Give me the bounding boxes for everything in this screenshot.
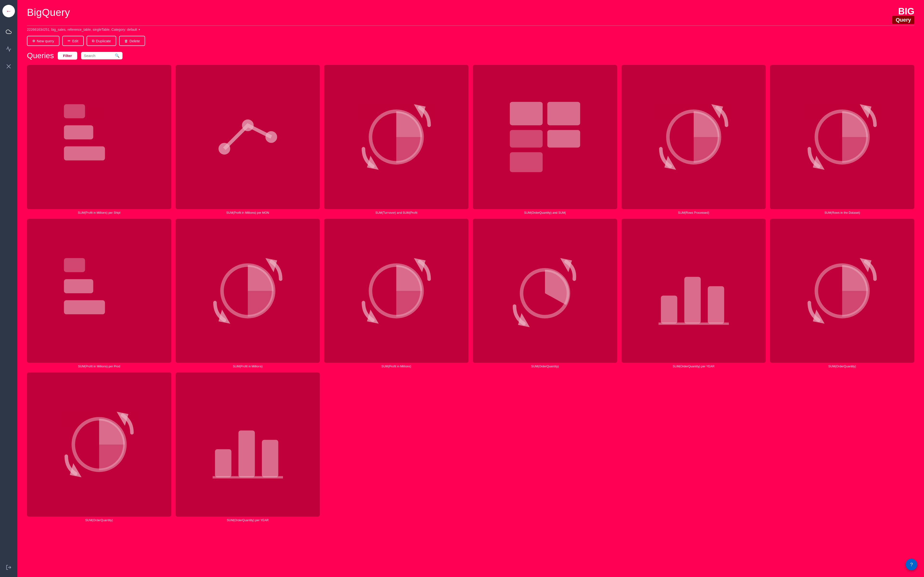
query-card[interactable]: SUM(Profit in Millions) <box>176 219 320 368</box>
svg-rect-45 <box>215 449 231 477</box>
card-label: SUM(OrderQuantity) per YEAR <box>227 519 268 522</box>
brand-query: Query <box>892 16 914 24</box>
chart-icon[interactable] <box>4 44 13 54</box>
query-card[interactable]: SUM(OrderQuantity) per YEAR <box>176 372 320 522</box>
sidebar: ← <box>0 0 17 577</box>
card-label: SUM(Profit in Millions) per MON <box>226 211 269 214</box>
search-input[interactable] <box>84 53 113 58</box>
queries-title: Queries <box>27 51 54 60</box>
svg-marker-19 <box>664 156 676 170</box>
delete-button[interactable]: 🗑 Delete <box>119 36 145 46</box>
svg-rect-12 <box>510 102 543 125</box>
search-box: 🔍 <box>81 52 123 60</box>
subtitle: 222661634251, big_sales, reference_table… <box>27 27 914 32</box>
svg-marker-44 <box>70 463 82 477</box>
tools-icon[interactable] <box>4 61 13 71</box>
card-label: SUM(OrderQuantity) <box>829 365 856 368</box>
back-arrow-icon: ← <box>6 8 11 15</box>
svg-rect-47 <box>262 440 278 477</box>
card-thumbnail <box>770 219 914 363</box>
edit-button[interactable]: ✏ Edit <box>62 36 84 46</box>
duplicate-button[interactable]: ⧉ Duplicate <box>87 36 116 46</box>
card-label: SUM(OrderQuantity) per YEAR <box>673 365 714 368</box>
main-content: BigQuery BIG Query 222661634251, big_sal… <box>17 0 924 577</box>
back-button[interactable]: ← <box>2 5 15 17</box>
query-card[interactable]: SUM(Profit in Millions) <box>324 219 468 368</box>
edit-icon: ✏ <box>68 39 71 43</box>
query-card[interactable]: SUM(Profit in Millions) per MON <box>176 65 320 214</box>
svg-rect-5 <box>64 104 85 118</box>
query-card[interactable]: SUM(OrderQuantity) <box>770 219 914 368</box>
svg-marker-40 <box>860 258 872 272</box>
card-label: SUM(OrderQuantity) <box>531 365 559 368</box>
card-label: SUM(Rows Processed) <box>678 211 709 214</box>
card-thumbnail <box>176 65 320 209</box>
new-query-icon: ⊕ <box>32 39 36 43</box>
svg-rect-46 <box>239 430 255 477</box>
card-thumbnail <box>324 219 468 363</box>
svg-rect-35 <box>661 295 677 324</box>
card-thumbnail <box>622 65 766 209</box>
queries-header: Queries Filter 🔍 <box>27 51 914 60</box>
card-label: SUM(Profit in Millions) <box>233 365 263 368</box>
subtitle-chevron-icon: ▾ <box>139 28 140 31</box>
toolbar: ⊕ New query ✏ Edit ⧉ Duplicate 🗑 Delete <box>27 36 914 46</box>
query-card[interactable]: SUM(Profit in Millions) per Shipl <box>27 65 171 214</box>
card-label: SUM(OrderQuantity) and SUM( <box>524 211 566 214</box>
svg-rect-4 <box>64 147 105 160</box>
card-label: SUM(Profit in Millions) <box>381 365 411 368</box>
duplicate-icon: ⧉ <box>92 39 95 43</box>
card-thumbnail <box>27 65 171 209</box>
query-card[interactable]: SUM(Rows in the Dataset) <box>770 65 914 214</box>
svg-marker-18 <box>711 104 723 118</box>
query-card[interactable]: SUM(Turnover) and SUM(Profit <box>324 65 468 214</box>
svg-marker-30 <box>414 258 426 272</box>
filter-button[interactable]: Filter <box>58 52 77 60</box>
query-card[interactable]: SUM(OrderQuantity) <box>473 219 617 368</box>
card-thumbnail <box>770 65 914 209</box>
svg-rect-24 <box>64 300 105 314</box>
title-area: BigQuery <box>27 7 70 18</box>
svg-rect-37 <box>708 286 724 324</box>
svg-rect-13 <box>548 102 580 125</box>
brand-big: BIG <box>898 7 914 16</box>
card-label: SUM(Rows in the Dataset) <box>824 211 860 214</box>
query-card[interactable]: SUM(Profit in Millions) per Prod <box>27 219 171 368</box>
new-query-button[interactable]: ⊕ New query <box>27 36 60 46</box>
card-thumbnail <box>27 372 171 517</box>
svg-rect-3 <box>64 125 94 139</box>
query-card[interactable]: SUM(OrderQuantity) per YEAR <box>622 219 766 368</box>
card-thumbnail <box>622 219 766 363</box>
card-thumbnail <box>176 372 320 517</box>
help-fab[interactable]: ? <box>906 559 917 570</box>
delete-icon: 🗑 <box>124 39 128 43</box>
query-card[interactable]: SUM(OrderQuantity) <box>27 372 171 522</box>
svg-marker-43 <box>117 412 129 426</box>
page-title: BigQuery <box>27 7 70 18</box>
query-card[interactable]: SUM(OrderQuantity) and SUM( <box>473 65 617 214</box>
svg-rect-36 <box>684 277 701 324</box>
svg-rect-16 <box>510 152 543 172</box>
svg-rect-23 <box>64 279 94 293</box>
brand-badge: BIG Query <box>892 7 914 24</box>
card-thumbnail <box>473 219 617 363</box>
svg-marker-31 <box>367 309 379 323</box>
card-label: SUM(OrderQuantity) <box>86 519 113 522</box>
sign-out-icon[interactable] <box>4 562 13 572</box>
cloud-icon[interactable] <box>4 27 13 37</box>
svg-marker-10 <box>414 104 426 118</box>
card-label: SUM(Turnover) and SUM(Profit <box>375 211 417 214</box>
card-label: SUM(Profit in Millions) per Shipl <box>78 211 120 214</box>
header-row: BigQuery BIG Query <box>27 7 914 24</box>
svg-marker-21 <box>860 104 872 118</box>
svg-marker-34 <box>518 313 530 327</box>
card-thumbnail <box>27 219 171 363</box>
query-card[interactable]: SUM(Rows Processed) <box>622 65 766 214</box>
svg-rect-15 <box>548 130 580 148</box>
queries-grid: SUM(Profit in Millions) per Shipl SUM(Pr… <box>27 65 914 522</box>
svg-marker-22 <box>813 156 825 170</box>
svg-marker-27 <box>265 258 277 272</box>
card-thumbnail <box>324 65 468 209</box>
svg-rect-14 <box>510 130 543 148</box>
card-thumbnail <box>473 65 617 209</box>
